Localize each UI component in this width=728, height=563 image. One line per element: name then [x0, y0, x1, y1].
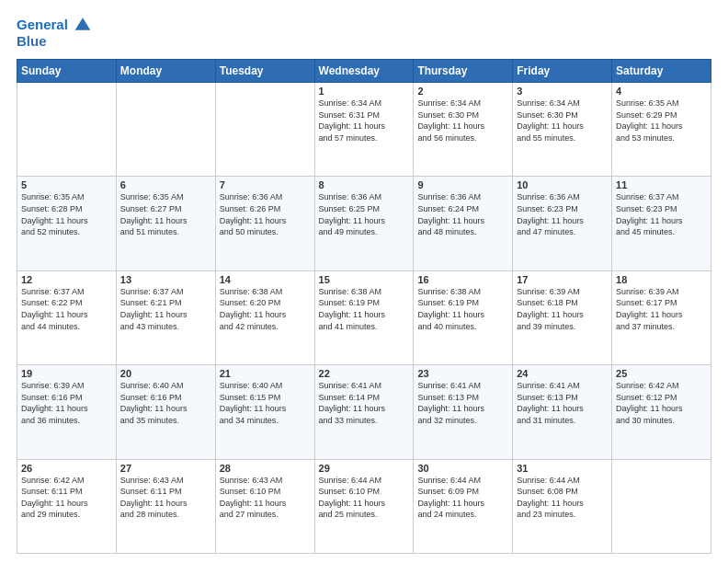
calendar-cell: 4Sunrise: 6:35 AM Sunset: 6:29 PM Daylig…	[612, 83, 711, 177]
calendar-table: SundayMondayTuesdayWednesdayThursdayFrid…	[17, 59, 711, 554]
day-info: Sunrise: 6:36 AM Sunset: 6:24 PM Dayligh…	[417, 191, 508, 237]
week-row-3: 12Sunrise: 6:37 AM Sunset: 6:22 PM Dayli…	[17, 270, 711, 364]
day-info: Sunrise: 6:38 AM Sunset: 6:19 PM Dayligh…	[417, 286, 508, 332]
calendar-cell: 9Sunrise: 6:36 AM Sunset: 6:24 PM Daylig…	[414, 177, 513, 270]
calendar-cell: 28Sunrise: 6:43 AM Sunset: 6:10 PM Dayli…	[215, 459, 314, 553]
calendar-cell: 26Sunrise: 6:42 AM Sunset: 6:11 PM Dayli…	[17, 459, 117, 553]
day-number: 2	[417, 86, 508, 97]
day-info: Sunrise: 6:34 AM Sunset: 6:30 PM Dayligh…	[517, 98, 608, 144]
calendar-cell: 15Sunrise: 6:38 AM Sunset: 6:19 PM Dayli…	[314, 270, 414, 364]
calendar-cell: 14Sunrise: 6:38 AM Sunset: 6:20 PM Dayli…	[215, 270, 314, 364]
day-info: Sunrise: 6:38 AM Sunset: 6:20 PM Dayligh…	[220, 286, 311, 332]
day-number: 12	[21, 274, 112, 285]
day-info: Sunrise: 6:34 AM Sunset: 6:30 PM Dayligh…	[417, 98, 508, 144]
day-number: 28	[220, 463, 311, 474]
calendar-cell	[17, 83, 117, 177]
day-number: 24	[517, 368, 608, 379]
calendar-cell: 30Sunrise: 6:44 AM Sunset: 6:09 PM Dayli…	[414, 459, 513, 553]
day-number: 20	[120, 368, 211, 379]
day-info: Sunrise: 6:41 AM Sunset: 6:13 PM Dayligh…	[517, 380, 608, 426]
day-info: Sunrise: 6:35 AM Sunset: 6:27 PM Dayligh…	[120, 191, 211, 237]
calendar-cell: 1Sunrise: 6:34 AM Sunset: 6:31 PM Daylig…	[314, 83, 414, 177]
day-number: 6	[120, 179, 211, 190]
day-info: Sunrise: 6:41 AM Sunset: 6:14 PM Dayligh…	[319, 380, 410, 426]
day-info: Sunrise: 6:40 AM Sunset: 6:15 PM Dayligh…	[220, 380, 311, 426]
day-info: Sunrise: 6:35 AM Sunset: 6:28 PM Dayligh…	[21, 191, 112, 237]
day-info: Sunrise: 6:44 AM Sunset: 6:09 PM Dayligh…	[417, 475, 508, 521]
calendar-header-row: SundayMondayTuesdayWednesdayThursdayFrid…	[17, 60, 711, 83]
calendar-cell: 12Sunrise: 6:37 AM Sunset: 6:22 PM Dayli…	[17, 270, 117, 364]
calendar-cell: 8Sunrise: 6:36 AM Sunset: 6:25 PM Daylig…	[314, 177, 414, 270]
calendar-cell: 6Sunrise: 6:35 AM Sunset: 6:27 PM Daylig…	[116, 177, 215, 270]
calendar-cell: 5Sunrise: 6:35 AM Sunset: 6:28 PM Daylig…	[17, 177, 117, 270]
day-info: Sunrise: 6:34 AM Sunset: 6:31 PM Dayligh…	[319, 98, 410, 144]
calendar-cell: 3Sunrise: 6:34 AM Sunset: 6:30 PM Daylig…	[513, 83, 612, 177]
day-number: 14	[220, 274, 311, 285]
calendar-cell: 25Sunrise: 6:42 AM Sunset: 6:12 PM Dayli…	[612, 365, 711, 459]
calendar-cell: 23Sunrise: 6:41 AM Sunset: 6:13 PM Dayli…	[414, 365, 513, 459]
day-number: 18	[616, 274, 707, 285]
day-number: 9	[417, 179, 508, 190]
day-info: Sunrise: 6:36 AM Sunset: 6:25 PM Dayligh…	[319, 191, 410, 237]
page-header: General Blue	[17, 17, 711, 50]
day-number: 10	[517, 179, 608, 190]
calendar-cell: 20Sunrise: 6:40 AM Sunset: 6:16 PM Dayli…	[116, 365, 215, 459]
day-number: 19	[21, 368, 112, 379]
day-info: Sunrise: 6:37 AM Sunset: 6:23 PM Dayligh…	[616, 191, 707, 237]
day-header-tuesday: Tuesday	[215, 60, 314, 83]
calendar-cell: 29Sunrise: 6:44 AM Sunset: 6:10 PM Dayli…	[314, 459, 414, 553]
day-number: 4	[616, 86, 707, 97]
day-header-sunday: Sunday	[17, 60, 117, 83]
calendar-cell: 22Sunrise: 6:41 AM Sunset: 6:14 PM Dayli…	[314, 365, 414, 459]
day-header-saturday: Saturday	[612, 60, 711, 83]
day-info: Sunrise: 6:39 AM Sunset: 6:18 PM Dayligh…	[517, 286, 608, 332]
calendar-cell	[215, 83, 314, 177]
day-number: 13	[120, 274, 211, 285]
day-info: Sunrise: 6:36 AM Sunset: 6:23 PM Dayligh…	[517, 191, 608, 237]
day-header-wednesday: Wednesday	[314, 60, 414, 83]
day-number: 31	[517, 463, 608, 474]
day-header-thursday: Thursday	[414, 60, 513, 83]
week-row-4: 19Sunrise: 6:39 AM Sunset: 6:16 PM Dayli…	[17, 365, 711, 459]
calendar-cell: 31Sunrise: 6:44 AM Sunset: 6:08 PM Dayli…	[513, 459, 612, 553]
day-number: 17	[517, 274, 608, 285]
day-number: 3	[517, 86, 608, 97]
calendar-cell	[116, 83, 215, 177]
day-info: Sunrise: 6:44 AM Sunset: 6:10 PM Dayligh…	[319, 475, 410, 521]
calendar-cell: 18Sunrise: 6:39 AM Sunset: 6:17 PM Dayli…	[612, 270, 711, 364]
day-info: Sunrise: 6:37 AM Sunset: 6:21 PM Dayligh…	[120, 286, 211, 332]
calendar-cell: 27Sunrise: 6:43 AM Sunset: 6:11 PM Dayli…	[116, 459, 215, 553]
day-number: 21	[220, 368, 311, 379]
day-number: 30	[417, 463, 508, 474]
day-info: Sunrise: 6:43 AM Sunset: 6:10 PM Dayligh…	[220, 475, 311, 521]
day-info: Sunrise: 6:44 AM Sunset: 6:08 PM Dayligh…	[517, 475, 608, 521]
calendar-cell: 2Sunrise: 6:34 AM Sunset: 6:30 PM Daylig…	[414, 83, 513, 177]
day-number: 16	[417, 274, 508, 285]
logo-text: General Blue	[17, 17, 92, 50]
day-info: Sunrise: 6:42 AM Sunset: 6:12 PM Dayligh…	[616, 380, 707, 426]
week-row-1: 1Sunrise: 6:34 AM Sunset: 6:31 PM Daylig…	[17, 83, 711, 177]
week-row-5: 26Sunrise: 6:42 AM Sunset: 6:11 PM Dayli…	[17, 459, 711, 553]
day-info: Sunrise: 6:41 AM Sunset: 6:13 PM Dayligh…	[417, 380, 508, 426]
day-number: 29	[319, 463, 410, 474]
calendar-cell: 19Sunrise: 6:39 AM Sunset: 6:16 PM Dayli…	[17, 365, 117, 459]
day-number: 5	[21, 179, 112, 190]
calendar-cell: 13Sunrise: 6:37 AM Sunset: 6:21 PM Dayli…	[116, 270, 215, 364]
day-info: Sunrise: 6:43 AM Sunset: 6:11 PM Dayligh…	[120, 475, 211, 521]
day-info: Sunrise: 6:40 AM Sunset: 6:16 PM Dayligh…	[120, 380, 211, 426]
calendar-cell: 7Sunrise: 6:36 AM Sunset: 6:26 PM Daylig…	[215, 177, 314, 270]
calendar-cell	[612, 459, 711, 553]
calendar-cell: 16Sunrise: 6:38 AM Sunset: 6:19 PM Dayli…	[414, 270, 513, 364]
day-info: Sunrise: 6:36 AM Sunset: 6:26 PM Dayligh…	[220, 191, 311, 237]
day-number: 11	[616, 179, 707, 190]
day-header-monday: Monday	[116, 60, 215, 83]
day-number: 25	[616, 368, 707, 379]
day-header-friday: Friday	[513, 60, 612, 83]
day-number: 15	[319, 274, 410, 285]
day-number: 7	[220, 179, 311, 190]
day-info: Sunrise: 6:39 AM Sunset: 6:17 PM Dayligh…	[616, 286, 707, 332]
day-info: Sunrise: 6:35 AM Sunset: 6:29 PM Dayligh…	[616, 98, 707, 144]
day-number: 27	[120, 463, 211, 474]
day-info: Sunrise: 6:42 AM Sunset: 6:11 PM Dayligh…	[21, 475, 112, 521]
day-info: Sunrise: 6:38 AM Sunset: 6:19 PM Dayligh…	[319, 286, 410, 332]
